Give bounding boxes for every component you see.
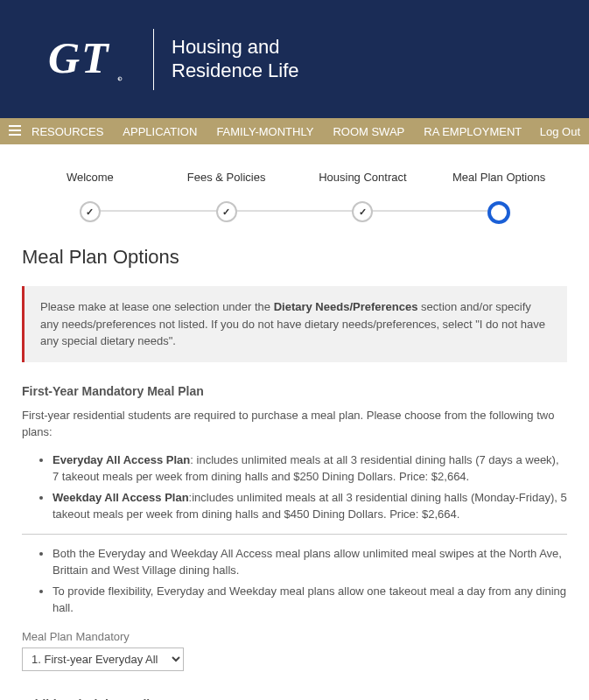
nav-logout[interactable]: Log Out [540,125,580,138]
meal-plan-select[interactable]: 1. First-year Everyday All [22,648,184,671]
first-year-title: First-Year Mandatory Meal Plan [22,384,567,398]
main-content: Welcome Fees & Policies Housing Contract… [0,171,589,700]
logo-divider [153,29,154,90]
note-item: To provide flexibility, Everyday and Wee… [53,583,567,617]
note-item: Both the Everyday and Weekday All Access… [53,545,567,579]
logo-text-line2: Residence Life [172,60,299,82]
step-current-icon [487,201,510,224]
dining-dollars-title: Additional Dining Dollars [22,697,567,701]
svg-text:G: G [48,33,80,82]
stepper: Welcome Fees & Policies Housing Contract… [22,171,567,224]
nav-resources[interactable]: RESOURCES [32,125,103,138]
logo-text: Housing and Residence Life [172,36,299,82]
page-title: Meal Plan Options [22,246,567,269]
hamburger-icon[interactable] [9,125,21,138]
svg-rect-6 [9,134,21,136]
stepper-line [362,210,499,212]
step-label: Welcome [67,171,114,184]
svg-rect-4 [9,125,21,127]
step-meal-plan-options[interactable]: Meal Plan Options [431,171,567,224]
nav-ra-employment[interactable]: RA EMPLOYMENT [424,125,522,138]
step-check-icon [80,201,101,222]
header-banner: G T R Housing and Residence Life [0,0,589,118]
meal-plan-select-label: Meal Plan Mandatory [22,630,567,643]
step-label: Meal Plan Options [452,171,545,184]
stepper-line [90,210,227,212]
logo-text-line1: Housing and [172,36,299,59]
logo-group: G T R Housing and Residence Life [48,29,299,90]
separator [22,534,567,535]
alert-text-bold: Dietary Needs/Preferences [274,300,418,313]
svg-rect-5 [9,130,21,131]
stepper-line [227,210,363,212]
notes-list: Both the Everyday and Weekday All Access… [22,545,567,617]
svg-text:R: R [118,78,121,81]
gt-logo: G T R [48,33,136,86]
step-welcome[interactable]: Welcome [22,171,158,224]
step-housing-contract[interactable]: Housing Contract [295,171,431,224]
plan-name: Weekday All Access Plan [53,491,189,504]
step-label: Housing Contract [319,171,406,184]
navbar: RESOURCES APPLICATION FAMILY-MONTHLY ROO… [0,118,589,144]
plan-item-weekday: Weekday All Access Plan:includes unlimit… [53,489,567,523]
nav-room-swap[interactable]: ROOM SWAP [333,125,404,138]
step-check-icon [352,201,373,222]
nav-application[interactable]: APPLICATION [123,125,197,138]
alert-box: Please make at lease one selection under… [22,286,567,362]
nav-items: RESOURCES APPLICATION FAMILY-MONTHLY ROO… [32,125,540,138]
first-year-intro: First-year residential students are requ… [22,407,567,441]
plan-item-everyday: Everyday All Access Plan: includes unlim… [53,452,567,486]
plan-list: Everyday All Access Plan: includes unlim… [22,452,567,523]
step-label: Fees & Policies [187,171,266,184]
plan-name: Everyday All Access Plan [53,453,190,466]
step-fees-policies[interactable]: Fees & Policies [158,171,295,224]
step-check-icon [216,201,237,222]
alert-text-pre: Please make at lease one selection under… [40,300,274,313]
svg-text:T: T [81,33,110,82]
nav-family-monthly[interactable]: FAMILY-MONTHLY [216,125,313,138]
